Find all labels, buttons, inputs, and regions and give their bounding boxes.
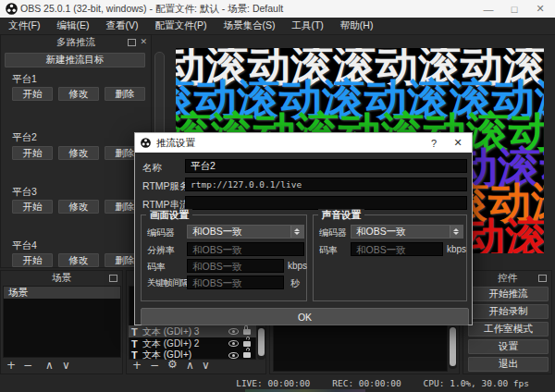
add-source-icon[interactable]: + xyxy=(132,359,142,372)
platform-1-start-button[interactable]: 开始 xyxy=(12,87,53,101)
platform-3-start-button[interactable]: 开始 xyxy=(12,200,53,214)
platform-3-modify-button[interactable]: 修改 xyxy=(58,200,99,214)
source-row[interactable]: T 文本 (GDI+) 3 xyxy=(129,325,256,337)
platform-2-start-button[interactable]: 开始 xyxy=(12,146,53,160)
source-row[interactable]: T 文本 (GDI+) xyxy=(129,349,256,361)
controls-panel-title-label: 控件 xyxy=(498,272,517,285)
video-bitrate-label: 码率 xyxy=(147,261,166,274)
visibility-eye-icon[interactable] xyxy=(228,352,239,359)
window-title: OBS 25.0.1 (32-bit, windows) - 配置文件: 默认 … xyxy=(20,3,283,16)
rec-time: REC: 00:00:00 xyxy=(332,378,401,388)
platform-1-label: 平台1 xyxy=(12,73,37,86)
controls-panel: 控件 开始推流 开始录制 工作室模式 设置 退出 xyxy=(462,270,552,374)
scenes-panel: 场景 场景 + − ∧ ∨ xyxy=(0,270,123,374)
audio-encoder-dropdown[interactable]: 和OBS一致 xyxy=(351,225,463,239)
multistream-dock: 多路推流 ✕ 新建推流目标 平台1 开始 修改 删除 平台2 开始 修改 删除 … xyxy=(0,34,152,268)
lock-icon[interactable] xyxy=(243,329,251,335)
dropdown-arrows-icon xyxy=(290,226,303,238)
multistream-dock-title-label: 多路推流 xyxy=(56,36,95,49)
obs-window: OBS 25.0.1 (32-bit, windows) - 配置文件: 默认 … xyxy=(0,0,555,392)
multistream-dock-title: 多路推流 ✕ xyxy=(1,35,151,49)
platform-1-delete-button[interactable]: 删除 xyxy=(105,87,145,101)
audio-bitrate-unit: kbps xyxy=(447,244,466,254)
text-source-icon: T xyxy=(131,349,142,361)
video-settings-group: 画面设置 编码器 和OBS一致 分辨率 码率 kbps 关键帧间隔 秒 xyxy=(141,214,307,301)
studio-mode-button[interactable]: 工作室模式 xyxy=(468,322,549,337)
live-time: LIVE: 00:00:00 xyxy=(236,378,310,388)
text-source-icon: T xyxy=(131,326,142,337)
video-encoder-value: 和OBS一致 xyxy=(192,226,290,239)
audio-encoder-label: 编码器 xyxy=(319,227,347,239)
rtmp-server-field[interactable] xyxy=(185,178,467,191)
obs-logo-icon xyxy=(6,3,18,15)
sources-scrollbar[interactable] xyxy=(257,326,265,360)
minimize-button[interactable]: — xyxy=(475,0,501,18)
move-scene-down-icon[interactable]: ∨ xyxy=(62,359,70,372)
audio-encoder-value: 和OBS一致 xyxy=(356,226,450,239)
menu-file[interactable]: 文件(F) xyxy=(0,18,48,34)
video-bitrate-field[interactable] xyxy=(187,259,284,273)
move-scene-up-icon[interactable]: ∧ xyxy=(45,359,54,372)
audio-settings-group: 声音设置 编码器 和OBS一致 码率 kbps xyxy=(313,214,467,301)
video-encoder-dropdown[interactable]: 和OBS一致 xyxy=(187,225,304,239)
platform-4-modify-button[interactable]: 修改 xyxy=(58,253,99,267)
add-scene-icon[interactable]: + xyxy=(6,359,16,372)
visibility-eye-icon[interactable] xyxy=(228,328,239,335)
scenes-panel-title: 场景 xyxy=(1,271,122,285)
audio-bitrate-field[interactable] xyxy=(351,242,443,256)
stream-settings-dialog: 推流设置 ? ✕ 名称 RTMP服务器 RTMP串流码 画面设置 编码器 和OB… xyxy=(134,132,473,325)
unlock-icon[interactable] xyxy=(243,341,251,347)
menu-help[interactable]: 帮助(H) xyxy=(332,18,382,34)
resolution-label: 分辨率 xyxy=(147,244,175,257)
rtmp-key-field[interactable] xyxy=(185,196,467,210)
scene-list-item[interactable]: 场景 xyxy=(4,287,120,299)
platform-4-label: 平台4 xyxy=(12,239,37,252)
dock-float-icon[interactable] xyxy=(538,275,547,282)
video-group-title: 画面设置 xyxy=(146,209,192,222)
dialog-close-icon[interactable]: ✕ xyxy=(446,133,470,153)
start-streaming-button[interactable]: 开始推流 xyxy=(468,287,549,301)
menu-scene-collection[interactable]: 场景集合(S) xyxy=(215,18,283,34)
maximize-button[interactable]: □ xyxy=(501,0,527,18)
keyframe-field[interactable] xyxy=(187,276,284,289)
name-label: 名称 xyxy=(142,162,162,175)
controls-panel-title: 控件 xyxy=(463,271,551,285)
platform-1-modify-button[interactable]: 修改 xyxy=(58,87,99,101)
menu-tools[interactable]: 工具(T) xyxy=(283,18,331,34)
video-encoder-label: 编码器 xyxy=(147,227,175,239)
mixer-scrollbar[interactable] xyxy=(449,326,457,369)
dialog-help-button[interactable]: ? xyxy=(422,133,446,153)
menu-edit[interactable]: 编辑(E) xyxy=(48,18,97,34)
start-recording-button[interactable]: 开始录制 xyxy=(468,304,549,319)
resolution-field[interactable] xyxy=(187,242,304,256)
scenes-panel-title-label: 场景 xyxy=(52,272,71,285)
source-label: 文本 (GDI+) 3 xyxy=(142,325,228,338)
remove-scene-icon[interactable]: − xyxy=(23,359,32,372)
platform-2-modify-button[interactable]: 修改 xyxy=(58,146,99,160)
new-stream-target-button[interactable]: 新建推流目标 xyxy=(5,53,145,67)
platform-4-start-button[interactable]: 开始 xyxy=(12,253,53,267)
video-bitrate-unit: kbps xyxy=(288,261,307,271)
platform-2-label: 平台2 xyxy=(12,131,37,144)
obs-logo-icon xyxy=(141,138,151,148)
ok-button[interactable]: OK xyxy=(141,308,469,325)
dropdown-arrows-icon xyxy=(450,226,462,238)
menu-profile[interactable]: 配置文件(P) xyxy=(146,18,215,34)
dock-float-icon[interactable] xyxy=(128,39,136,46)
visibility-eye-icon[interactable] xyxy=(228,340,239,347)
settings-button[interactable]: 设置 xyxy=(468,339,549,354)
platform-3-label: 平台3 xyxy=(12,186,37,199)
cpu-usage: CPU: 1.0%, 30.00 fps xyxy=(424,378,529,388)
text-source-icon: T xyxy=(131,338,142,349)
name-field[interactable] xyxy=(185,159,467,173)
exit-button[interactable]: 退出 xyxy=(468,357,549,372)
source-label: 文本 (GDI+) xyxy=(142,349,228,361)
scenes-list: 场景 xyxy=(3,286,121,358)
menu-view[interactable]: 查看(V) xyxy=(97,18,146,34)
dock-float-icon[interactable] xyxy=(109,275,117,282)
keyframe-unit: 秒 xyxy=(290,277,300,290)
unlock-icon[interactable] xyxy=(243,352,251,358)
close-button[interactable]: ✕ xyxy=(527,0,553,18)
dock-close-icon[interactable]: ✕ xyxy=(140,39,147,44)
dialog-titlebar: 推流设置 ? ✕ xyxy=(135,133,472,153)
